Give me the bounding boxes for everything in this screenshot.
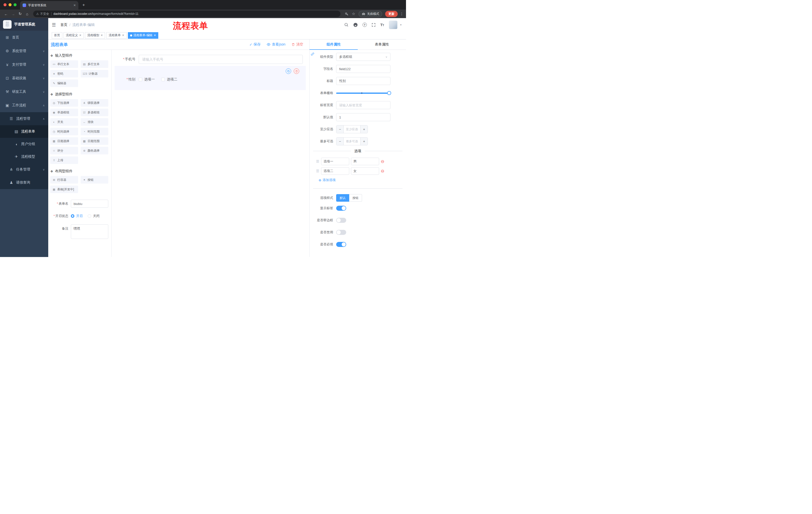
option-1-label-input[interactable]	[321, 158, 349, 165]
palette-item-multi-text[interactable]: ▤多行文本	[81, 60, 109, 68]
tag-close-icon[interactable]: ✕	[122, 34, 124, 37]
component-type-select[interactable]: 多选框组∨	[336, 53, 390, 61]
update-button[interactable]: 更新	[385, 11, 398, 17]
tag-process-form-edit[interactable]: 流程表单-编辑✕	[128, 32, 158, 39]
sidebar-item-workflow[interactable]: ▣ 工作流程 ∧	[0, 99, 48, 112]
sidebar-item-process-form[interactable]: ▤ 流程表单	[0, 125, 48, 138]
required-switch[interactable]	[336, 242, 346, 247]
sidebar-item-user-group[interactable]: ◖ 用户分组	[0, 138, 48, 151]
sidebar-item-payment[interactable]: ¥ 支付管理 ∨	[0, 58, 48, 72]
palette-item-date-range[interactable]: ▩日期范围	[81, 137, 109, 145]
tag-home[interactable]: 首页	[52, 32, 62, 39]
max-select-value[interactable]: 最多可选	[343, 138, 360, 145]
avatar-caret-icon[interactable]: ▾	[400, 23, 402, 26]
palette-item-date-picker[interactable]: ▦日期选择	[50, 137, 78, 145]
hamburger-icon[interactable]: ☰	[52, 22, 56, 28]
palette-item-upload[interactable]: ⇧上传	[50, 156, 78, 164]
view-json-button[interactable]: 查看json	[266, 42, 285, 47]
add-option-button[interactable]: ⊕添加选项	[319, 178, 406, 182]
minus-button[interactable]: −	[337, 126, 343, 133]
breadcrumb-home[interactable]: 首页	[60, 23, 67, 27]
drag-handle-icon[interactable]: ☰	[316, 159, 319, 163]
window-close-button[interactable]	[3, 3, 6, 6]
key-icon[interactable]	[345, 12, 348, 16]
palette-item-time-picker[interactable]: ◷时间选择	[50, 128, 78, 135]
bookmark-star-icon[interactable]: ☆	[352, 11, 355, 16]
gender-option-2-checkbox[interactable]: 选项二	[161, 77, 177, 82]
form-grid-slider[interactable]	[336, 89, 390, 97]
clear-button[interactable]: 清空	[291, 42, 303, 47]
palette-item-button[interactable]: ✦按钮	[81, 176, 109, 184]
field-name-input[interactable]	[336, 65, 390, 73]
browser-menu-icon[interactable]: ⋮	[400, 12, 404, 16]
tab-form-props[interactable]: 表单属性	[358, 39, 406, 50]
window-minimize-button[interactable]	[8, 3, 11, 6]
plus-button[interactable]: +	[360, 138, 368, 145]
minus-button[interactable]: −	[337, 138, 343, 145]
canvas-field-phone[interactable]: *手机号	[115, 55, 303, 64]
home-icon[interactable]: ⌂	[24, 12, 31, 16]
font-size-icon[interactable]: TT	[380, 23, 384, 27]
palette-item-switch[interactable]: ◐开关	[50, 118, 78, 126]
new-tab-button[interactable]: +	[82, 2, 85, 7]
sidebar-item-home[interactable]: ⊞ 首页	[0, 31, 48, 44]
palette-item-select[interactable]: ◎下拉选择	[50, 99, 78, 107]
palette-item-single-text[interactable]: ▭单行文本	[50, 60, 78, 68]
tag-process-definition[interactable]: 流程定义✕	[63, 32, 84, 39]
palette-item-table[interactable]: ▦表格[开发中]	[50, 186, 78, 193]
sidebar-item-devtools[interactable]: ⚒ 研发工具 ∨	[0, 85, 48, 99]
label-width-input[interactable]	[336, 101, 390, 109]
canvas-field-gender-selected[interactable]: *性别 选项一 选项二	[115, 66, 306, 90]
palette-item-slider[interactable]: ↔滑块	[81, 118, 109, 126]
avatar[interactable]	[389, 21, 398, 29]
fullscreen-icon[interactable]	[372, 23, 376, 27]
palette-item-checkbox-group[interactable]: ☑多选框组	[81, 109, 109, 116]
disabled-switch[interactable]	[336, 230, 346, 235]
tag-close-icon[interactable]: ✕	[100, 34, 103, 37]
phone-input[interactable]	[139, 55, 303, 64]
link-icon[interactable]	[310, 52, 315, 57]
option-1-value-input[interactable]	[351, 158, 379, 165]
style-button-button[interactable]: 按钮	[349, 194, 362, 202]
title-input[interactable]	[336, 77, 390, 85]
gender-option-1-checkbox[interactable]: 选项一	[139, 77, 155, 82]
option-2-label-input[interactable]	[321, 167, 349, 175]
sidebar-item-leave-query[interactable]: ♟ 请假查询	[0, 176, 48, 189]
sidebar-item-process-model[interactable]: ✈ 流程模型	[0, 151, 48, 163]
back-icon[interactable]: ←	[2, 12, 9, 16]
drag-handle-icon[interactable]: ☰	[316, 169, 319, 173]
border-switch[interactable]	[336, 218, 346, 223]
tag-process-form[interactable]: 流程表单✕	[106, 32, 126, 39]
status-on-radio[interactable]: 开启	[71, 214, 83, 218]
palette-item-row-container[interactable]: ⊞行容器	[50, 176, 78, 184]
option-2-value-input[interactable]	[351, 167, 379, 175]
palette-item-rate[interactable]: ☆评分	[50, 147, 78, 154]
tag-process-model[interactable]: 流程模型✕	[85, 32, 105, 39]
remove-option-icon[interactable]: ⊖	[381, 159, 384, 164]
palette-item-color-picker[interactable]: ⊛颜色选择	[81, 147, 109, 154]
palette-item-radio-group[interactable]: ◉单选框组	[50, 109, 78, 116]
app-logo[interactable]: 芋道管理系统	[0, 18, 48, 31]
style-default-button[interactable]: 默认	[336, 194, 349, 202]
sidebar-item-task-management[interactable]: ⋔ 任务管理 ∨	[0, 163, 48, 176]
tag-close-icon[interactable]: ✕	[79, 34, 81, 37]
tab-close-icon[interactable]: ✕	[74, 3, 76, 7]
search-icon[interactable]	[344, 23, 348, 27]
palette-item-counter[interactable]: 123计数器	[81, 70, 109, 77]
tab-component-props[interactable]: 组件属性	[310, 39, 358, 50]
address-bar[interactable]: ⚠ 不安全 dashboard.yudao.iocoder.cn/bpm/man…	[33, 10, 341, 17]
form-name-input[interactable]	[71, 200, 108, 208]
window-zoom-button[interactable]	[13, 3, 17, 6]
sidebar-item-process-management[interactable]: ☰ 流程管理 ∧	[0, 112, 48, 125]
show-label-switch[interactable]	[336, 206, 346, 211]
sidebar-item-system[interactable]: ⚙ 系统管理 ∨	[0, 44, 48, 58]
github-icon[interactable]	[353, 23, 358, 27]
palette-item-password[interactable]: ∗密码	[50, 70, 78, 77]
reload-icon[interactable]: ↻	[17, 11, 24, 16]
palette-item-editor[interactable]: ✎编辑器	[50, 79, 78, 87]
form-remark-textarea[interactable]: 嘿嘿	[71, 224, 108, 239]
sidebar-item-infra[interactable]: ⊡ 基础设施 ∨	[0, 72, 48, 85]
plus-button[interactable]: +	[360, 126, 368, 133]
min-select-value[interactable]: 至少应选	[343, 126, 360, 133]
palette-item-time-range[interactable]: ◔时间范围	[81, 128, 109, 135]
